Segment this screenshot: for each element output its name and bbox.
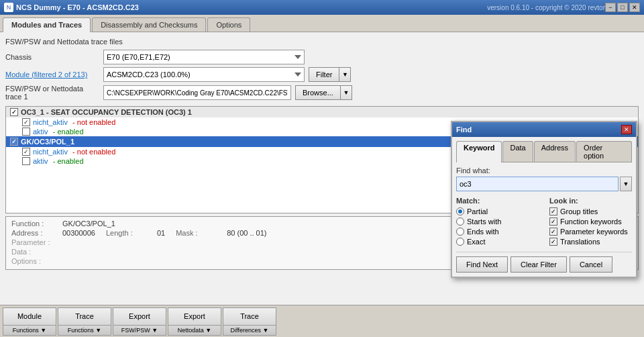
app-icon: N (4, 3, 13, 12)
trace-functions-arrow[interactable]: Functions ▼ (58, 326, 111, 335)
trace-row: FSW/PSW or Nettodata trace 1 Browse... ▼ (5, 85, 639, 101)
detail-mask-label: Mask : (176, 229, 216, 237)
detail-function-value: GK/OC3/POL_1 (62, 220, 115, 228)
check-function-keywords[interactable]: ✓ Function keywords (549, 218, 632, 226)
trace-functions-bottom-label: Functions (68, 327, 94, 334)
item-status-aktiv-2: - enabled (51, 157, 84, 165)
title-bar-left: N NCS Dummy - E70 - ACSM2CD.C23 (4, 3, 139, 12)
browse-button-group: Browse... ▼ (295, 85, 352, 100)
find-what-row: ▼ (456, 177, 632, 191)
filter-button-group: Filter ▼ (309, 67, 351, 82)
checkbox-nicht-aktiv-1[interactable]: ✓ (22, 118, 30, 126)
item-label-aktiv-1: aktiv (33, 128, 48, 136)
checkbox-nicht-aktiv-2[interactable]: ✓ (22, 148, 30, 156)
checkbox-aktiv-2[interactable] (22, 157, 30, 165)
find-what-dropdown[interactable]: ▼ (620, 177, 632, 191)
module-link[interactable]: Module (filtered 2 of 213) (5, 70, 99, 79)
dialog-tab-keyword[interactable]: Keyword (456, 141, 502, 162)
export-netto-button[interactable]: Export Nettodata ▼ (168, 307, 221, 336)
radio-exact[interactable]: Exact (456, 238, 539, 246)
tab-bar: Modules and Traces Disassembly and Check… (0, 15, 644, 32)
dialog-close-button[interactable]: ✕ (621, 125, 632, 134)
chassis-select[interactable]: E70 (E70,E71,E72) (103, 50, 305, 64)
item-label-nicht-aktiv-2: nicht_aktiv (33, 148, 68, 156)
radio-starts[interactable]: Starts with (456, 218, 539, 226)
cancel-button[interactable]: Cancel (570, 256, 612, 273)
dialog-tab-address[interactable]: Address (534, 141, 576, 162)
checkbox-oc3[interactable]: ✓ (10, 108, 18, 116)
maximize-button[interactable]: □ (617, 3, 628, 12)
filter-button[interactable]: Filter (309, 67, 339, 82)
item-label-nicht-aktiv-1: nicht_aktiv (33, 118, 68, 126)
export-fsw-top-label: Export (113, 308, 166, 326)
dialog-tab-order[interactable]: Order option (576, 141, 632, 162)
list-item[interactable]: ✓ OC3_1 - SEAT OCCUPANCY DETECTION (OC3)… (6, 107, 638, 117)
dialog-divider (456, 252, 632, 252)
check-function-keywords-label: Function keywords (560, 218, 622, 226)
tab-options[interactable]: Options (207, 17, 250, 32)
export-netto-top-label: Export (168, 308, 221, 326)
browse-dropdown-button[interactable]: ▼ (340, 85, 352, 100)
item-status-aktiv-1: - enabled (51, 128, 84, 136)
item-status-nicht-aktiv-1: - not enabled (70, 118, 115, 126)
export-fsw-button[interactable]: Export FSW/PSW ▼ (113, 307, 166, 336)
browse-button[interactable]: Browse... (295, 85, 340, 100)
check-translations-box[interactable]: ✓ (549, 238, 557, 246)
check-translations[interactable]: ✓ Translations (549, 238, 632, 246)
module-functions-top-label: Module (3, 308, 56, 326)
module-select[interactable]: ACSM2CD.C23 (100.0%) (103, 67, 305, 82)
close-button[interactable]: ✕ (629, 3, 640, 12)
dialog-tabs: Keyword Data Address Order option (456, 141, 632, 162)
export-fsw-arrow[interactable]: FSW/PSW ▼ (113, 326, 166, 335)
check-function-keywords-box[interactable]: ✓ (549, 218, 557, 226)
check-parameter-keywords[interactable]: ✓ Parameter keywords (549, 228, 632, 236)
tab-modules[interactable]: Modules and Traces (3, 17, 91, 32)
item-status-nicht-aktiv-2: - not enabled (70, 148, 115, 156)
export-netto-arrow[interactable]: Nettodata ▼ (168, 326, 221, 335)
radio-starts-label: Starts with (467, 218, 501, 226)
clear-filter-button[interactable]: Clear Filter (511, 256, 567, 273)
detail-mask-value: 80 (00 .. 01) (227, 229, 266, 237)
radio-ends[interactable]: Ends with (456, 228, 539, 236)
chassis-label: Chassis (5, 53, 99, 61)
checkbox-gk[interactable]: ✓ (10, 138, 18, 146)
checkbox-aktiv-1[interactable] (22, 128, 30, 136)
trace-differences-button[interactable]: Trace Differences ▼ (223, 307, 276, 336)
tab-disassembly[interactable]: Disassembly and Checksums (92, 17, 206, 32)
match-column: Match: Partial Starts with Ends with Exa… (456, 197, 539, 248)
find-what-input[interactable] (456, 177, 619, 191)
detail-address-value: 00300006 (62, 229, 95, 237)
export-netto-bottom-label: Nettodata (178, 327, 204, 334)
check-group-titles-box[interactable]: ✓ (549, 207, 557, 215)
module-functions-button[interactable]: Module Functions ▼ (3, 307, 56, 336)
check-parameter-keywords-box[interactable]: ✓ (549, 228, 557, 236)
check-group-titles[interactable]: ✓ Group titles (549, 207, 632, 215)
radio-exact-btn[interactable] (456, 238, 464, 246)
bottom-toolbar: Module Functions ▼ Trace Functions ▼ Exp… (0, 305, 644, 337)
detail-data-label: Data : (11, 248, 52, 256)
radio-starts-btn[interactable] (456, 218, 464, 226)
detail-address-label: Address : (11, 229, 52, 237)
trace-differences-top-label: Trace (223, 308, 276, 326)
chassis-row: Chassis E70 (E70,E71,E72) (5, 50, 639, 64)
detail-options-label: Options : (11, 257, 52, 265)
check-parameter-keywords-label: Parameter keywords (560, 228, 628, 236)
lookin-label: Look in: (549, 197, 632, 205)
detail-length-value: 01 (157, 229, 165, 237)
trace-functions-button[interactable]: Trace Functions ▼ (58, 307, 111, 336)
check-group-titles-label: Group titles (560, 207, 598, 215)
trace-path-input[interactable] (103, 85, 291, 100)
find-dialog: Find ✕ Keyword Data Address Order option… (451, 121, 637, 278)
radio-partial-btn[interactable] (456, 207, 464, 215)
dialog-tab-data[interactable]: Data (502, 141, 533, 162)
detail-parameter-label: Parameter : (11, 238, 52, 246)
minimize-button[interactable]: − (605, 3, 616, 12)
module-functions-arrow[interactable]: Functions ▼ (3, 326, 56, 335)
find-next-button[interactable]: Find Next (456, 256, 508, 273)
radio-ends-btn[interactable] (456, 228, 464, 236)
trace-differences-arrow[interactable]: Differences ▼ (223, 326, 276, 335)
radio-partial[interactable]: Partial (456, 207, 539, 215)
item-label-aktiv-2: aktiv (33, 157, 48, 165)
filter-dropdown-button[interactable]: ▼ (339, 67, 351, 82)
item-label-gk: GK/OC3/POL_1 (21, 138, 74, 146)
